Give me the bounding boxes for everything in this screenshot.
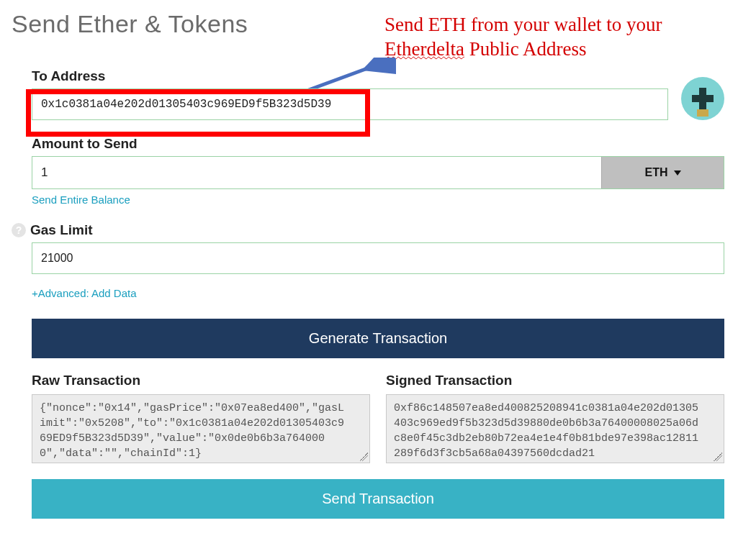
currency-dropdown-label: ETH (645, 166, 668, 179)
resize-handle-icon[interactable] (714, 452, 722, 461)
chevron-down-icon (674, 170, 681, 176)
to-address-label: To Address (32, 68, 668, 84)
resize-handle-icon[interactable] (359, 452, 368, 461)
annotation-line1: Send ETH from your wallet to your (384, 14, 662, 35)
address-identicon-icon (681, 77, 724, 120)
generate-transaction-button[interactable]: Generate Transaction (32, 319, 724, 358)
annotation-line2-rest: Public Address (464, 38, 587, 60)
raw-transaction-textarea[interactable] (32, 395, 369, 463)
to-address-input[interactable] (32, 89, 667, 119)
raw-transaction-label: Raw Transaction (32, 373, 370, 388)
signed-transaction-textarea[interactable] (387, 395, 724, 463)
annotation-squiggle-word: Etherdelta (384, 38, 464, 60)
gas-limit-label: Gas Limit (30, 222, 93, 238)
send-entire-balance-link[interactable]: Send Entire Balance (32, 194, 130, 206)
currency-dropdown[interactable]: ETH (601, 157, 724, 188)
send-transaction-button[interactable]: Send Transaction (32, 479, 724, 519)
advanced-add-data-link[interactable]: +Advanced: Add Data (32, 287, 137, 299)
amount-row: ETH (32, 156, 724, 189)
to-address-input-wrap (32, 88, 668, 120)
amount-input[interactable] (32, 157, 601, 188)
signed-transaction-label: Signed Transaction (386, 373, 724, 388)
annotation-text: Send ETH from your wallet to your Etherd… (384, 13, 744, 62)
amount-label: Amount to Send (32, 136, 724, 152)
gas-limit-input[interactable] (32, 243, 724, 273)
help-icon[interactable]: ? (12, 223, 26, 237)
